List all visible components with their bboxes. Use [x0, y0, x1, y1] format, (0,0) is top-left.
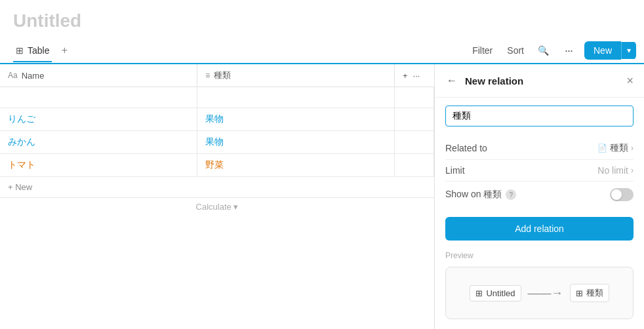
add-row-button[interactable]: + New	[0, 177, 434, 198]
toolbar: ⊞ Table + Filter Sort 🔍 ··· New ▾	[0, 38, 644, 64]
table-cell-type[interactable]	[197, 87, 395, 108]
col-header-actions[interactable]: + ···	[395, 64, 434, 87]
type-col-label: 種類	[214, 69, 231, 81]
more-button[interactable]: ···	[559, 41, 578, 60]
table-row: みかん 果物	[0, 131, 434, 154]
relation-search-input[interactable]	[445, 106, 634, 126]
table-cell-actions	[395, 131, 434, 154]
preview-to-icon: ⊞	[576, 288, 583, 298]
preview-from-name: Untitled	[486, 288, 515, 298]
type-col-icon: ≡	[205, 71, 210, 80]
side-panel: ← New relation × Related to 📄 種類 ›	[434, 64, 644, 329]
calculate-button[interactable]: Calculate ▾	[196, 202, 239, 212]
related-to-label: Related to	[445, 143, 487, 153]
show-on-help-icon[interactable]: ?	[506, 189, 516, 200]
panel-back-button[interactable]: ←	[445, 73, 458, 88]
preview-to-db: ⊞ 種類	[570, 284, 609, 302]
table-row: トマト 野菜	[0, 154, 434, 177]
show-on-toggle[interactable]	[610, 188, 634, 201]
row-name-link[interactable]: トマト	[8, 159, 35, 170]
related-to-arrow: ›	[631, 144, 634, 153]
add-col-icon[interactable]: +	[403, 71, 408, 81]
table-tab[interactable]: ⊞ Table	[13, 40, 52, 62]
table-cell-actions	[395, 108, 434, 131]
table-cell-actions	[395, 87, 434, 108]
related-to-value[interactable]: 📄 種類 ›	[597, 142, 634, 154]
add-tab-button[interactable]: +	[57, 43, 71, 58]
limit-row: Limit No limit ›	[445, 160, 634, 182]
toolbar-right: Filter Sort 🔍 ··· New ▾	[468, 41, 644, 60]
related-db-icon: 📄	[597, 144, 607, 153]
panel-title: New relation	[465, 75, 523, 87]
panel-body: Related to 📄 種類 › Limit No limit ›	[435, 98, 644, 329]
limit-arrow: ›	[631, 166, 634, 175]
row-type-value: 果物	[205, 136, 224, 147]
show-on-row: Show on 種類 ?	[445, 182, 634, 208]
table-row: りんご 果物	[0, 108, 434, 131]
limit-text: No limit	[597, 165, 628, 176]
new-button[interactable]: New	[584, 41, 621, 60]
add-row-label: + New	[8, 182, 32, 192]
table-row	[0, 87, 434, 108]
filter-button[interactable]: Filter	[468, 43, 496, 58]
new-dropdown-button[interactable]: ▾	[621, 42, 636, 59]
show-on-text: Show on 種類	[445, 189, 502, 201]
panel-header: ← New relation ×	[435, 64, 644, 98]
preview-arrow-icon: ——→	[528, 286, 563, 300]
table-cell-name[interactable]	[0, 87, 197, 108]
preview-to-name: 種類	[586, 287, 603, 299]
preview-from-db: ⊞ Untitled	[470, 285, 521, 301]
limit-label: Limit	[445, 165, 465, 176]
row-type-value: 果物	[205, 113, 224, 124]
table-cell-actions	[395, 154, 434, 177]
name-col-label: Name	[22, 71, 45, 81]
row-name-link[interactable]: みかん	[8, 136, 35, 147]
related-to-name: 種類	[610, 142, 628, 154]
toggle-knob	[611, 189, 622, 200]
row-name-link[interactable]: りんご	[8, 113, 35, 124]
table-cell-type[interactable]: 果物	[197, 108, 395, 131]
related-to-row: Related to 📄 種類 ›	[445, 137, 634, 160]
more-col-icon[interactable]: ···	[413, 71, 420, 81]
table-cell-type[interactable]: 野菜	[197, 154, 395, 177]
panel-close-button[interactable]: ×	[626, 74, 634, 88]
col-header-type[interactable]: ≡ 種類	[197, 64, 395, 87]
table-tab-label: Table	[28, 45, 49, 56]
search-button[interactable]: 🔍	[534, 41, 553, 60]
toolbar-left: ⊞ Table +	[13, 40, 468, 61]
col-header-name[interactable]: Aa Name	[0, 64, 197, 87]
limit-value[interactable]: No limit ›	[597, 165, 634, 176]
page-title: Untitled	[13, 10, 631, 31]
data-table: Aa Name ≡ 種類 +	[0, 64, 434, 177]
show-on-label: Show on 種類 ?	[445, 189, 516, 201]
table-area: Aa Name ≡ 種類 +	[0, 64, 434, 329]
preview-box: ⊞ Untitled ——→ ⊞ 種類	[445, 267, 634, 319]
sort-button[interactable]: Sort	[503, 43, 528, 58]
preview-label: Preview	[445, 251, 634, 260]
preview-from-icon: ⊞	[475, 288, 483, 298]
table-cell-name[interactable]: トマト	[0, 154, 197, 177]
add-relation-button[interactable]: Add relation	[445, 217, 634, 241]
table-icon: ⊞	[16, 45, 24, 56]
new-button-group: New ▾	[584, 41, 636, 60]
panel-header-left: ← New relation	[445, 73, 523, 88]
table-cell-name[interactable]: みかん	[0, 131, 197, 154]
table-cell-type[interactable]: 果物	[197, 131, 395, 154]
name-col-icon: Aa	[8, 71, 18, 80]
table-cell-name[interactable]: りんご	[0, 108, 197, 131]
row-type-value: 野菜	[205, 159, 224, 170]
main-content: Aa Name ≡ 種類 +	[0, 64, 644, 329]
calculate-row: Calculate ▾	[0, 198, 434, 216]
